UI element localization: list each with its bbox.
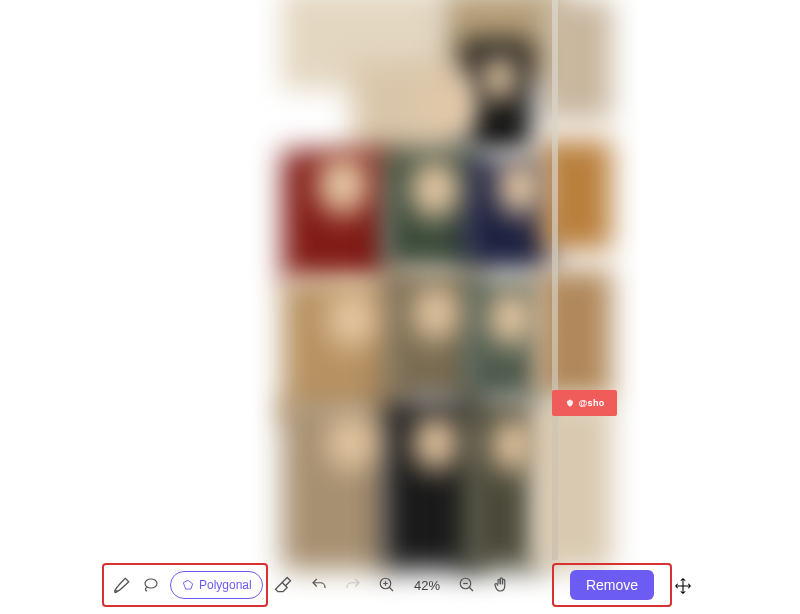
remove-button[interactable]: Remove xyxy=(570,570,654,600)
brush-tool-button[interactable] xyxy=(112,573,132,597)
canvas-image xyxy=(292,0,607,560)
zoom-in-button[interactable] xyxy=(375,573,399,597)
watermark-text: @sho xyxy=(579,398,605,408)
remove-button-label: Remove xyxy=(586,577,638,593)
lasso-tool-button[interactable] xyxy=(142,573,160,597)
watermark-badge: @sho xyxy=(552,390,617,416)
editor-stage: @sho Polygonal xyxy=(0,0,800,614)
zoom-out-button[interactable] xyxy=(455,573,479,597)
selection-tools-group: Polygonal xyxy=(102,563,268,607)
polygonal-tool-button[interactable]: Polygonal xyxy=(170,571,263,599)
view-controls-group: 42% xyxy=(274,563,546,607)
zoom-level-label: 42% xyxy=(409,578,445,593)
remove-action-group: Remove xyxy=(552,563,672,607)
svg-point-0 xyxy=(145,579,157,588)
canvas-area[interactable]: @sho xyxy=(292,0,607,560)
bottom-toolbar: Polygonal 42% xyxy=(102,563,699,607)
redo-button[interactable] xyxy=(341,573,365,597)
undo-button[interactable] xyxy=(307,573,331,597)
pan-tool-button[interactable] xyxy=(489,573,513,597)
polygonal-tool-label: Polygonal xyxy=(199,578,252,592)
move-cursor-icon xyxy=(674,577,692,595)
